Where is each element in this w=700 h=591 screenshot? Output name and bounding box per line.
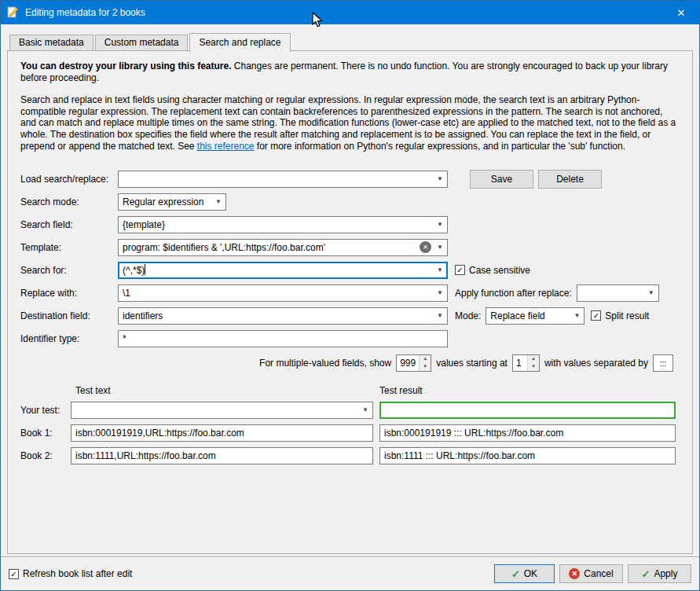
- book1-test-row: Book 1:: [20, 424, 680, 442]
- chevron-down-icon: ▼: [433, 266, 447, 273]
- tab-custom-metadata[interactable]: Custom metadata: [95, 35, 189, 51]
- warning-bold-text: You can destroy your library using this …: [20, 61, 232, 72]
- your-test-row: Your test: ▼: [20, 401, 680, 420]
- ok-button[interactable]: ✓ OK: [494, 564, 555, 583]
- book2-label: Book 2:: [20, 450, 71, 461]
- spinner-arrows: ▲ ▼: [527, 355, 539, 371]
- destination-field-row: Destination field: identifiers ▼ Mode: R…: [20, 307, 680, 325]
- your-test-result: [379, 402, 676, 419]
- save-button[interactable]: Save: [470, 170, 533, 189]
- tab-basic-metadata[interactable]: Basic metadata: [9, 35, 93, 51]
- multiple-values-row: For multiple-valued fields, show 999 ▲ ▼…: [20, 354, 680, 373]
- chevron-down-icon: ▼: [644, 289, 658, 296]
- search-for-label: Search for:: [20, 265, 118, 276]
- values-shown-value: 999: [397, 355, 419, 371]
- spin-down-icon[interactable]: ▼: [528, 363, 539, 371]
- clear-text-icon[interactable]: ✕: [420, 241, 431, 253]
- apply-function-combo[interactable]: ▼: [577, 284, 659, 302]
- load-search-replace-row: Load search/replace: ▼ Save Delete: [20, 170, 680, 189]
- spin-up-icon[interactable]: ▲: [528, 355, 539, 363]
- multiple-show-label: For multiple-valued fields, show: [259, 358, 391, 369]
- book1-label: Book 1:: [20, 428, 71, 439]
- footer-buttons: ✓ OK ✕ Cancel ✓ Apply: [494, 564, 691, 583]
- your-test-combo[interactable]: ▼: [71, 402, 373, 419]
- refresh-book-list-checkbox[interactable]: ✓ Refresh book list after edit: [9, 568, 132, 579]
- spin-down-icon[interactable]: ▼: [420, 363, 431, 371]
- book1-test-input[interactable]: [71, 424, 373, 442]
- checkbox-check-icon: ✓: [591, 310, 601, 321]
- search-mode-value: Regular expression: [119, 196, 211, 207]
- dialog-footer: ✓ Refresh book list after edit ✓ OK ✕ Ca…: [1, 554, 699, 590]
- template-label: Template:: [20, 242, 118, 253]
- values-shown-spinner[interactable]: 999 ▲ ▼: [396, 354, 431, 372]
- chevron-down-icon: ▼: [358, 406, 372, 413]
- replace-with-row: Replace with: \1 ▼ Apply function after …: [20, 284, 680, 303]
- book2-test-row: Book 2:: [20, 446, 680, 465]
- description-after-link: for more information on Python's regular…: [255, 141, 625, 152]
- test-result-header: Test result: [379, 385, 423, 396]
- start-value: 1: [513, 355, 527, 371]
- search-field-label: Search field:: [20, 219, 118, 230]
- this-reference-link[interactable]: this reference: [197, 141, 255, 152]
- replace-with-combo[interactable]: \1 ▼: [118, 284, 448, 302]
- values-separator-input[interactable]: :::: [653, 354, 673, 372]
- book2-test-result: [379, 447, 676, 464]
- window-title: Editing metadata for 2 books: [25, 7, 145, 18]
- case-sensitive-checkbox[interactable]: ✓ Case sensitive: [455, 265, 530, 276]
- book2-test-input[interactable]: [71, 447, 373, 464]
- chevron-down-icon: ▼: [433, 175, 447, 182]
- test-headers-row: Test text Test result: [20, 385, 680, 396]
- load-search-replace-combo[interactable]: ▼: [118, 171, 448, 188]
- description-text: Search and replace in text fields using …: [20, 94, 680, 152]
- identifier-type-input[interactable]: [118, 330, 448, 347]
- ok-check-icon: ✓: [511, 568, 520, 580]
- search-mode-combo[interactable]: Regular expression ▼: [118, 193, 226, 211]
- chevron-down-icon: ▼: [433, 244, 447, 251]
- tab-search-and-replace[interactable]: Search and replace: [189, 33, 290, 52]
- template-row: Template: program: $identifiers & ',URL:…: [20, 238, 680, 257]
- delete-button[interactable]: Delete: [538, 170, 602, 189]
- chevron-down-icon: ▼: [570, 312, 584, 319]
- checkbox-check-icon: ✓: [455, 265, 465, 275]
- edit-metadata-dialog: Editing metadata for 2 books ✕ Basic met…: [0, 0, 700, 591]
- search-for-text: (^,*$): [119, 264, 433, 276]
- destroy-warning: You can destroy your library using this …: [20, 61, 680, 84]
- apply-button[interactable]: ✓ Apply: [628, 564, 691, 583]
- cancel-button[interactable]: ✕ Cancel: [559, 564, 623, 583]
- split-result-checkbox[interactable]: ✓ Split result: [591, 310, 649, 321]
- search-field-value: {template}: [119, 219, 433, 230]
- search-for-row: Search for: (^,*$) ▼ ✓ Case sensitive: [20, 261, 680, 280]
- identifier-type-label: Identifier type:: [20, 333, 118, 344]
- destination-field-value: identifiers: [119, 310, 433, 321]
- titlebar[interactable]: Editing metadata for 2 books ✕: [1, 1, 699, 24]
- your-test-label: Your test:: [20, 405, 71, 416]
- replace-with-value: \1: [119, 288, 433, 299]
- split-result-label: Split result: [605, 310, 649, 321]
- edit-metadata-icon: [7, 6, 20, 20]
- mode-combo[interactable]: Replace field ▼: [486, 307, 585, 325]
- cancel-x-icon: ✕: [569, 568, 580, 579]
- footer-inner: ✓ Refresh book list after edit ✓ OK ✕ Ca…: [1, 557, 699, 590]
- mode-value: Replace field: [486, 310, 570, 321]
- chevron-down-icon: ▼: [433, 221, 447, 228]
- checkbox-check-icon: ✓: [9, 569, 19, 579]
- start-value-spinner[interactable]: 1 ▲ ▼: [512, 354, 540, 372]
- close-icon[interactable]: ✕: [663, 1, 699, 24]
- text-cursor: [145, 264, 145, 275]
- search-field-row: Search field: {template} ▼: [20, 215, 680, 234]
- spinner-arrows: ▲ ▼: [419, 355, 431, 371]
- multiple-separator-label: with values separated by: [544, 358, 648, 369]
- search-for-value: (^,*$): [123, 265, 145, 276]
- spin-up-icon[interactable]: ▲: [420, 355, 431, 363]
- search-replace-panel: You can destroy your library using this …: [7, 50, 693, 554]
- case-sensitive-label: Case sensitive: [469, 265, 530, 276]
- load-search-replace-label: Load search/replace:: [20, 174, 118, 185]
- replace-with-label: Replace with:: [20, 288, 118, 299]
- template-combo[interactable]: program: $identifiers & ',URL:https://fo…: [118, 239, 448, 256]
- search-field-combo[interactable]: {template} ▼: [118, 216, 448, 233]
- destination-field-combo[interactable]: identifiers ▼: [118, 307, 448, 325]
- ok-button-label: OK: [524, 568, 537, 579]
- apply-button-label: Apply: [654, 568, 677, 579]
- chevron-down-icon: ▼: [211, 198, 225, 205]
- search-for-combo[interactable]: (^,*$) ▼: [118, 262, 448, 279]
